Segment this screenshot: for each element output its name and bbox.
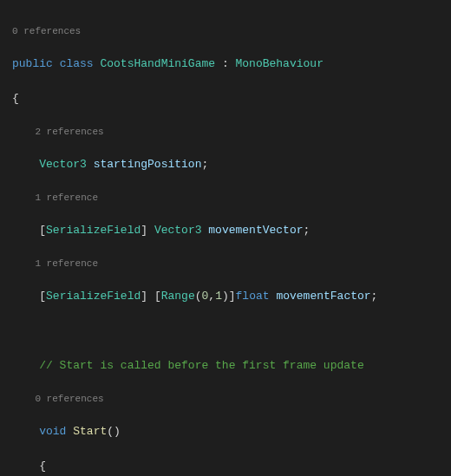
keyword: public bbox=[12, 57, 53, 70]
code-line: [SerializeField] [Range(0,1)]float movem… bbox=[12, 288, 451, 305]
type-name: Vector3 bbox=[39, 158, 87, 171]
attribute: Range bbox=[161, 290, 195, 303]
code-line: Vector3 startingPosition; bbox=[12, 156, 451, 173]
attribute: SerializeField bbox=[46, 224, 141, 237]
codelens-references[interactable]: 1 reference bbox=[12, 257, 451, 271]
identifier: movementVector bbox=[208, 224, 303, 237]
brace-open: { bbox=[12, 458, 451, 475]
code-editor[interactable]: 0 references public class CootsHandMiniG… bbox=[0, 0, 451, 476]
number-literal: 1 bbox=[215, 290, 222, 303]
identifier: startingPosition bbox=[94, 158, 202, 171]
comment: // Start is called before the first fram… bbox=[39, 359, 363, 372]
identifier: movementFactor bbox=[276, 290, 370, 303]
codelens-references[interactable]: 0 references bbox=[12, 392, 451, 406]
code-line: public class CootsHandMiniGame : MonoBeh… bbox=[12, 55, 451, 73]
codelens-references[interactable]: 2 references bbox=[12, 125, 451, 139]
method-name: Start bbox=[73, 425, 107, 438]
attribute: SerializeField bbox=[46, 290, 141, 303]
keyword: float bbox=[236, 290, 270, 303]
keyword: void bbox=[39, 425, 66, 438]
codelens-references[interactable]: 1 reference bbox=[12, 191, 451, 205]
code-line: void Start() bbox=[12, 423, 451, 440]
type-name: MonoBehaviour bbox=[236, 57, 324, 70]
code-line: [SerializeField] Vector3 movementVector; bbox=[12, 222, 451, 239]
type-name: Vector3 bbox=[154, 224, 202, 237]
type-name: CootsHandMiniGame bbox=[100, 57, 215, 70]
blank-line bbox=[12, 323, 451, 340]
codelens-references[interactable]: 0 references bbox=[12, 24, 451, 38]
comment-line: // Start is called before the first fram… bbox=[12, 357, 451, 375]
brace-open: { bbox=[12, 90, 451, 108]
keyword: class bbox=[60, 57, 94, 70]
colon: : bbox=[222, 57, 229, 70]
